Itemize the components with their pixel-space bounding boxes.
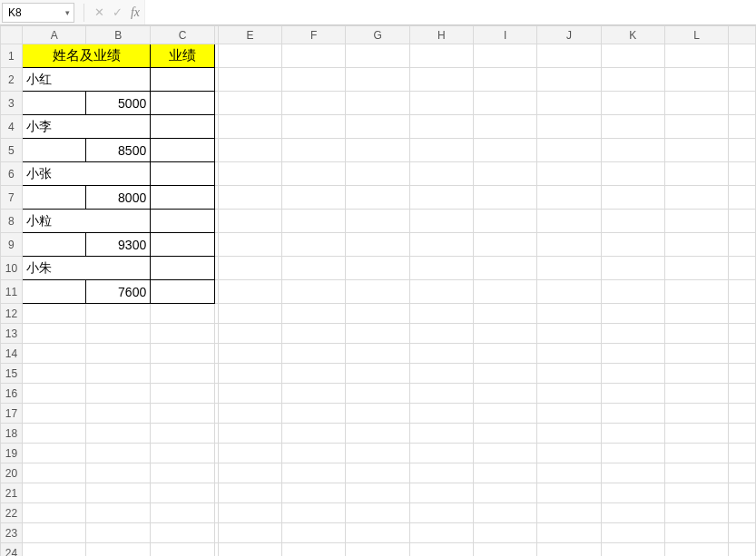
cell[interactable] [409, 115, 473, 139]
cell[interactable] [409, 68, 473, 92]
cell[interactable] [151, 364, 215, 384]
cell[interactable] [537, 233, 601, 257]
cell[interactable] [729, 233, 756, 257]
cell[interactable] [474, 384, 537, 404]
cell[interactable] [409, 280, 473, 304]
row-header-4[interactable]: 4 [1, 115, 23, 139]
cell[interactable] [282, 92, 346, 115]
cell[interactable] [664, 304, 728, 324]
cell[interactable] [409, 424, 473, 444]
row-header-7[interactable]: 7 [1, 186, 23, 210]
cell[interactable] [409, 324, 473, 344]
row-header-22[interactable]: 22 [1, 503, 23, 523]
formula-input[interactable] [144, 0, 756, 24]
cell[interactable] [409, 503, 473, 523]
cell[interactable] [664, 344, 728, 364]
cell[interactable] [151, 444, 215, 463]
cell[interactable] [664, 115, 728, 139]
cell[interactable] [218, 404, 281, 424]
cell[interactable] [218, 384, 281, 404]
col-header-B[interactable]: B [86, 26, 151, 44]
cell[interactable] [474, 257, 537, 280]
cell[interactable] [86, 444, 151, 463]
cell[interactable] [474, 44, 537, 68]
cell[interactable] [601, 44, 664, 68]
cell[interactable] [218, 483, 281, 503]
cell[interactable] [537, 463, 601, 483]
cell[interactable] [729, 404, 756, 424]
cell[interactable] [409, 463, 473, 483]
cell[interactable] [22, 463, 86, 483]
cell[interactable]: 8000 [86, 186, 151, 210]
cell[interactable] [474, 304, 537, 324]
cell[interactable] [282, 523, 346, 543]
cell[interactable] [474, 344, 537, 364]
cell[interactable] [537, 543, 601, 557]
cell[interactable] [86, 483, 151, 503]
cell[interactable] [86, 424, 151, 444]
row-header-1[interactable]: 1 [1, 44, 23, 68]
row-header-23[interactable]: 23 [1, 523, 23, 543]
cell[interactable] [218, 257, 281, 280]
cell[interactable] [22, 444, 86, 463]
cell[interactable] [729, 186, 756, 210]
cell[interactable] [22, 280, 86, 304]
cell[interactable] [729, 424, 756, 444]
cell[interactable] [664, 233, 728, 257]
cell[interactable]: 小朱 [22, 257, 150, 280]
cell[interactable] [218, 68, 281, 92]
row-header-8[interactable]: 8 [1, 210, 23, 233]
cell[interactable]: 9300 [86, 233, 151, 257]
cell[interactable] [218, 324, 281, 344]
cell[interactable]: 8500 [86, 139, 151, 162]
cell[interactable] [729, 162, 756, 186]
cell[interactable] [729, 304, 756, 324]
cell[interactable] [601, 444, 664, 463]
cell[interactable] [22, 404, 86, 424]
cell[interactable] [86, 304, 151, 324]
grid[interactable]: A B C D E F G H I J K L 1姓名及业绩业绩2小红35000… [0, 25, 756, 556]
name-box[interactable]: K8 ▾ [2, 3, 74, 23]
cell[interactable] [218, 503, 281, 523]
cell[interactable] [664, 424, 728, 444]
cell[interactable] [218, 444, 281, 463]
cell[interactable] [601, 463, 664, 483]
row-header-9[interactable]: 9 [1, 233, 23, 257]
cell[interactable]: 小张 [22, 162, 150, 186]
cell[interactable] [151, 210, 215, 233]
cell[interactable] [282, 162, 346, 186]
cell[interactable] [474, 115, 537, 139]
cell[interactable] [601, 503, 664, 523]
cell[interactable] [729, 324, 756, 344]
cell[interactable] [601, 424, 664, 444]
cell[interactable] [151, 324, 215, 344]
cell[interactable] [537, 210, 601, 233]
cell[interactable] [474, 404, 537, 424]
cell[interactable] [729, 503, 756, 523]
cell[interactable] [218, 186, 281, 210]
cell[interactable] [218, 463, 281, 483]
cell[interactable] [664, 162, 728, 186]
cell[interactable] [409, 344, 473, 364]
cell[interactable] [537, 92, 601, 115]
cell[interactable] [86, 364, 151, 384]
name-box-dropdown-icon[interactable]: ▾ [61, 8, 74, 17]
cell[interactable] [282, 210, 346, 233]
cell[interactable] [729, 344, 756, 364]
cell[interactable] [474, 92, 537, 115]
row-header-12[interactable]: 12 [1, 304, 23, 324]
cell[interactable] [601, 92, 664, 115]
cell[interactable] [346, 304, 409, 324]
cell[interactable] [474, 503, 537, 523]
cell[interactable] [151, 257, 215, 280]
cell[interactable] [218, 115, 281, 139]
cell[interactable] [346, 280, 409, 304]
cell[interactable] [601, 139, 664, 162]
cell[interactable] [218, 304, 281, 324]
cell[interactable]: 业绩 [151, 44, 215, 68]
cell[interactable] [537, 68, 601, 92]
cell[interactable] [151, 92, 215, 115]
cell[interactable] [729, 483, 756, 503]
cell[interactable] [282, 503, 346, 523]
cell[interactable] [86, 503, 151, 523]
